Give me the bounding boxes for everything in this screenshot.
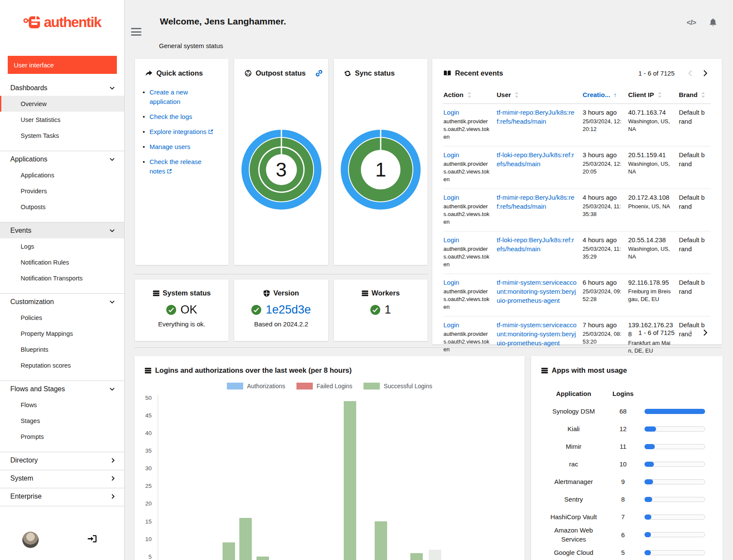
menu-toggle-icon[interactable] (131, 28, 141, 36)
sidebar-item-notification-transports[interactable]: Notification Transports (0, 270, 124, 286)
sidebar-item-policies[interactable]: Policies (0, 310, 124, 326)
sort-icon[interactable] (701, 92, 706, 98)
quick-action-link-check-the-release-notes[interactable]: Check the release notes (150, 158, 202, 175)
legend-label: Failed Logins (317, 383, 352, 390)
user-interface-button[interactable]: User interface (8, 56, 117, 74)
event-action-link[interactable]: Login (443, 235, 492, 244)
section-divider (134, 274, 428, 274)
sidebar-section-customization[interactable]: Customization (0, 294, 124, 310)
sidebar-item-applications[interactable]: Applications (0, 167, 124, 183)
event-user-link[interactable]: tf-mimir-system:serviceaccount:monitorin… (497, 320, 577, 347)
event-action-link[interactable]: Login (443, 150, 492, 159)
legend-swatch (227, 383, 243, 390)
workers-title: Workers (362, 289, 400, 297)
sidebar-item-prompts[interactable]: Prompts (0, 429, 124, 444)
system-status-caption: Everything is ok. (158, 320, 205, 328)
usage-bar-fill (644, 550, 651, 555)
version-value[interactable]: 1e25d3e (251, 303, 311, 317)
apps-usage-table: Application Logins Synology DSM68Kiali12… (541, 385, 723, 560)
sort-icon[interactable] (467, 92, 472, 98)
legend-swatch (363, 383, 380, 390)
outpost-link-icon[interactable] (315, 70, 323, 77)
event-action-detail: authentik.providers.oauth2.views.token (443, 330, 492, 353)
quick-action-link-create-a-new-application[interactable]: Create a new application (150, 88, 188, 105)
column-header-brand[interactable]: Brand (679, 91, 711, 104)
app-login-count: 68 (606, 407, 640, 416)
sidebar-item-user-statistics[interactable]: User Statistics (0, 112, 124, 128)
sidebar-section-flows-and-stages[interactable]: Flows and Stages (0, 381, 124, 397)
sidebar-item-logs[interactable]: Logs (0, 238, 124, 254)
sidebar-section-dashboards[interactable]: Dashboards (0, 80, 124, 96)
event-user-link[interactable]: tf-mimir-repo:BeryJu/k8s:ref:refs/heads/… (497, 193, 577, 211)
sort-icon[interactable] (657, 92, 662, 98)
sidebar-item-reputation-scores[interactable]: Reputation scores (0, 357, 124, 373)
column-header-action[interactable]: Action (443, 91, 497, 104)
usage-bar-track (644, 497, 705, 502)
sidebar-section-label: Flows and Stages (10, 385, 65, 393)
sort-icon[interactable] (514, 92, 519, 98)
quick-action-link-explore-integrations[interactable]: Explore integrations (150, 128, 213, 135)
sidebar-item-overview[interactable]: Overview (0, 96, 124, 112)
chart-legend: AuthorizationsFailed LoginsSuccessful Lo… (134, 383, 525, 390)
sidebar-section-label: Events (10, 227, 31, 234)
sidebar-item-flows[interactable]: Flows (0, 397, 124, 413)
sidebar-item-property-mappings[interactable]: Property Mappings (0, 326, 124, 341)
event-client-ip-cell: 92.116.178.95Freiburg im Breisgau, DE, E… (628, 274, 679, 317)
previous-page-button[interactable] (685, 328, 696, 338)
event-action-link[interactable]: Login (443, 320, 492, 329)
sync-status-donut[interactable]: 1 (341, 130, 421, 210)
event-action-detail: authentik.providers.oauth2.views.token (443, 118, 492, 141)
event-brand-cell: Default brand (679, 274, 711, 317)
event-user-link[interactable]: tf-loki-repo:BeryJu/k8s:ref:refs/heads/m… (497, 235, 577, 253)
column-label: Brand (679, 91, 697, 98)
event-client-location: Washington, US, NA (628, 245, 674, 261)
sidebar-section-label: Dashboards (10, 84, 47, 92)
sidebar-item-stages[interactable]: Stages (0, 413, 124, 429)
event-action-cell: Loginauthentik.providers.oauth2.views.to… (443, 231, 497, 274)
event-action-link[interactable]: Login (443, 108, 492, 117)
user-avatar[interactable] (22, 532, 39, 548)
event-user-link[interactable]: tf-mimir-system:serviceaccount:monitorin… (497, 278, 577, 305)
previous-page-button[interactable] (685, 68, 696, 78)
column-header-client-ip[interactable]: Client IP (628, 91, 679, 104)
event-time-relative: 3 hours ago (583, 108, 623, 117)
app-usage-bar (640, 409, 713, 414)
sidebar-section-system[interactable]: System (0, 470, 124, 486)
event-user-link[interactable]: tf-loki-repo:BeryJu/k8s:ref:refs/heads/m… (497, 150, 577, 168)
sidebar-item-blueprints[interactable]: Blueprints (0, 341, 124, 357)
sidebar-section-directory[interactable]: Directory (0, 452, 124, 468)
sidebar-item-providers[interactable]: Providers (0, 183, 124, 199)
event-action-link[interactable]: Login (443, 278, 492, 287)
sidebar-group-enterprise: Enterprise (0, 488, 124, 506)
event-creation-cell: 4 hours ago25/03/2024, 11:35:38 (583, 189, 628, 231)
column-header-user[interactable]: User (497, 91, 583, 104)
column-header-creatio[interactable]: Creatio...↑ (583, 91, 628, 104)
sidebar-item-notification-rules[interactable]: Notification Rules (0, 254, 124, 270)
api-browser-icon[interactable]: </> (687, 18, 696, 27)
next-page-button[interactable] (700, 68, 711, 78)
header-actions: </> (687, 18, 717, 27)
sort-ascending-icon[interactable]: ↑ (614, 91, 617, 98)
app-usage-bar (640, 532, 713, 537)
sidebar-section-events[interactable]: Events (0, 222, 124, 238)
external-link-icon (208, 129, 213, 134)
sidebar-item-system-tasks[interactable]: System Tasks (0, 128, 124, 143)
outpost-status-donut[interactable]: 3 (241, 130, 321, 210)
event-user-link[interactable]: tf-mimir-repo:BeryJu/k8s:ref:refs/heads/… (497, 108, 577, 126)
apps-usage-row: HashiCorp Vault7 (541, 508, 723, 526)
notifications-bell-icon[interactable] (709, 18, 717, 27)
event-client-ip: 20.172.43.108 (628, 193, 674, 202)
sidebar-section-applications[interactable]: Applications (0, 151, 124, 167)
event-action-link[interactable]: Login (443, 193, 492, 202)
event-client-ip: 92.116.178.95 (628, 278, 674, 287)
logout-icon[interactable] (88, 535, 97, 542)
sidebar-item-outposts[interactable]: Outposts (0, 199, 124, 215)
quick-action-link-check-the-logs[interactable]: Check the logs (150, 113, 192, 120)
app-name: Synology DSM (541, 407, 606, 416)
quick-action-link-manage-users[interactable]: Manage users (150, 143, 190, 150)
sidebar-section-enterprise[interactable]: Enterprise (0, 488, 124, 504)
event-action-detail: authentik.providers.oauth2.views.token (443, 245, 492, 268)
next-page-button[interactable] (700, 328, 711, 338)
app-login-count: 8 (606, 495, 640, 504)
usage-bar-track (644, 444, 705, 449)
